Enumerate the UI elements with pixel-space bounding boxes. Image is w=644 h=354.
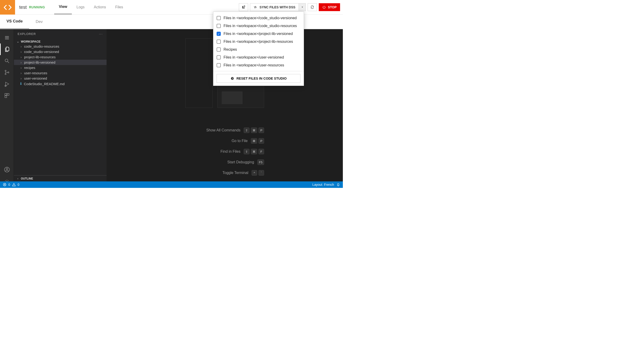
shortcut-row: Toggle Terminal^` (222, 170, 264, 176)
debug-icon[interactable] (0, 78, 14, 90)
checkbox[interactable] (216, 16, 221, 20)
file-download-icon: ⬇ (20, 82, 22, 86)
sync-option-label: Files in <workspace>/code_studio-resourc… (224, 24, 297, 28)
refresh-button[interactable] (308, 3, 317, 11)
folder-item[interactable]: ›code_studio-resources (14, 44, 106, 49)
search-icon[interactable] (0, 55, 14, 67)
folder-item[interactable]: ›recipes (14, 65, 106, 70)
folder-item[interactable]: ›code_studio-versioned (14, 49, 106, 54)
main-tabs: View Logs Actions Files (54, 0, 128, 14)
chevron-right-icon: › (20, 60, 23, 64)
folder-item[interactable]: ›user-versioned (14, 76, 106, 81)
checkbox[interactable] (216, 39, 221, 44)
checkbox[interactable] (216, 24, 221, 28)
explorer-header: EXPLORER ··· (14, 29, 106, 38)
explorer-icon[interactable] (0, 43, 14, 55)
sync-option-label: Recipes (224, 47, 237, 52)
chevron-down-icon (301, 6, 304, 8)
chevron-right-icon: › (20, 44, 23, 48)
shortcuts-list: Show All Commands⇧⌘PGo to File⌘PFind in … (185, 128, 264, 176)
error-count: 0 (8, 183, 10, 186)
chevron-right-icon: › (20, 55, 23, 59)
svg-rect-7 (5, 96, 7, 98)
tab-files[interactable]: Files (110, 0, 128, 14)
account-icon[interactable] (0, 164, 14, 176)
key: ⌘ (251, 128, 257, 133)
more-icon[interactable]: ··· (99, 32, 103, 36)
shortcut-keys: ^` (252, 170, 264, 176)
key: P (258, 138, 264, 144)
sync-option[interactable]: Files in <workspace>/project-lib-resourc… (213, 38, 304, 46)
menu-icon[interactable] (0, 32, 14, 43)
reset-files-button[interactable]: RESET FILES IN CODE STUDIO (216, 74, 300, 83)
item-label: user-resources (24, 71, 47, 75)
shortcut-row: Find in Files⇧⌘F (220, 149, 264, 154)
power-icon (322, 5, 326, 9)
brand-tile[interactable] (0, 0, 15, 14)
stop-button[interactable]: STOP (319, 3, 340, 11)
refresh-icon (310, 5, 314, 9)
shortcut-keys: ⌘P (251, 138, 264, 144)
sync-option-label: Files in <workspace>/project-lib-version… (224, 32, 293, 36)
sync-label: SYNC FILES WITH DSS (260, 5, 295, 9)
sync-option[interactable]: Files in <workspace>/user-versioned (213, 53, 304, 61)
shortcut-label: Go to File (232, 139, 248, 143)
sync-option[interactable]: Recipes (213, 46, 304, 53)
checkbox[interactable] (216, 32, 221, 36)
shortcut-row: Go to File⌘P (232, 138, 264, 144)
workspace-label: WORKSPACE (21, 40, 40, 43)
sync-dropdown-toggle[interactable] (299, 3, 306, 11)
folder-item[interactable]: ›project-lib-versioned (14, 60, 106, 65)
reset-label: RESET FILES IN CODE STUDIO (236, 77, 287, 80)
tab-label: Files (115, 5, 123, 9)
checkbox[interactable] (216, 63, 221, 67)
external-link-icon (242, 5, 245, 9)
checkbox[interactable] (216, 47, 221, 52)
outline-label: OUTLINE (21, 177, 33, 180)
sync-option[interactable]: Files in <workspace>/code_studio-resourc… (213, 22, 304, 30)
sub-tab-vscode[interactable]: VS Code (0, 14, 29, 29)
svg-point-1 (5, 70, 6, 71)
sync-button[interactable]: SYNC FILES WITH DSS (250, 3, 299, 11)
shortcut-label: Show All Commands (206, 128, 240, 132)
key: ⌘ (251, 149, 257, 154)
sync-arrows-icon (254, 5, 257, 9)
tab-actions[interactable]: Actions (89, 0, 110, 14)
tab-label: Logs (76, 5, 84, 9)
sync-option-label: Files in <workspace>/project-lib-resourc… (224, 39, 293, 44)
title-block: test RUNNING (15, 0, 49, 14)
sync-option[interactable]: Files in <workspace>/project-lib-version… (213, 30, 304, 38)
shortcut-label: Start Debugging (227, 160, 254, 164)
status-right: Layout: French (312, 183, 340, 186)
tab-view[interactable]: View (54, 0, 72, 14)
tab-logs[interactable]: Logs (72, 0, 89, 14)
key: F (258, 149, 264, 154)
app-title: test (19, 5, 27, 10)
chevron-right-icon: › (20, 76, 23, 80)
sub-tab-dev[interactable]: Dev (29, 14, 49, 29)
open-external-button[interactable] (239, 3, 248, 11)
key: ⇧ (244, 128, 250, 133)
item-label: recipes (24, 66, 35, 70)
chevron-right-icon: › (20, 71, 23, 75)
sync-option[interactable]: Files in <workspace>/code_studio-version… (213, 14, 304, 22)
extensions-icon[interactable] (0, 90, 14, 101)
tab-label: Actions (94, 5, 106, 9)
bell-icon[interactable] (336, 183, 340, 186)
shortcut-keys: ⇧⌘P (244, 128, 264, 133)
workspace-section[interactable]: ⌄WORKSPACE (14, 39, 106, 44)
checkbox[interactable] (216, 55, 221, 59)
status-left[interactable]: 0 0 (3, 183, 20, 186)
folder-item[interactable]: ›user-resources (14, 70, 106, 76)
outline-section[interactable]: ›OUTLINE (14, 176, 106, 182)
scm-icon[interactable] (0, 67, 14, 78)
svg-rect-6 (7, 93, 9, 95)
sync-option[interactable]: Files in <workspace>/user-resources (213, 61, 304, 69)
folder-item[interactable]: ›project-lib-resources (14, 54, 106, 60)
shortcut-keys: ⇧⌘F (244, 149, 264, 154)
file-item[interactable]: ⬇CodeStudio_README.md (14, 81, 106, 87)
layout-indicator[interactable]: Layout: French (312, 183, 334, 186)
shortcut-label: Find in Files (220, 150, 240, 154)
sync-group: SYNC FILES WITH DSS (250, 3, 306, 11)
sync-dropdown-panel: Files in <workspace>/code_studio-version… (213, 11, 304, 86)
